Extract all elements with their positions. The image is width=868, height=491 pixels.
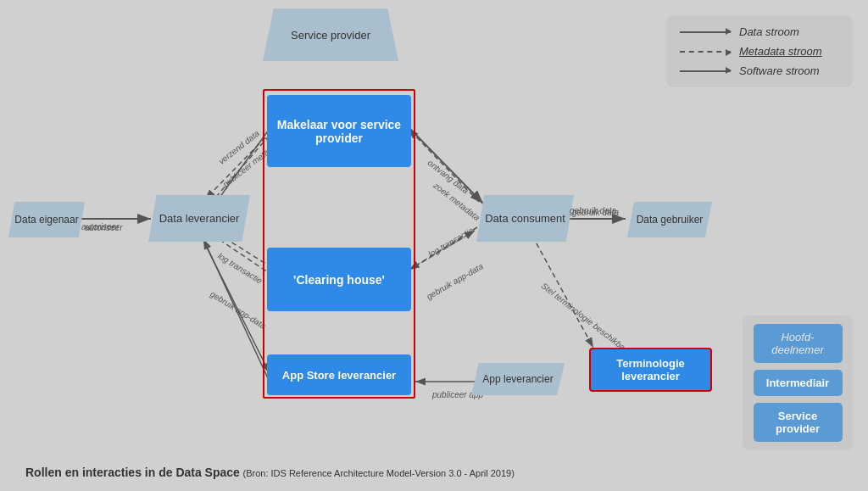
data-gebruiker-node: Data gebruiker xyxy=(627,202,712,237)
gebruik-app-data-left-label: gebruik app-data xyxy=(209,289,267,331)
software-stroom-line xyxy=(680,70,731,72)
stel-terminologie-label: Stel terminologie beschikbaar xyxy=(540,281,633,356)
app-leverancier-node: App leverancier xyxy=(471,363,565,395)
terminologie-node: Terminologie leverancier xyxy=(589,348,712,392)
legend-roles-box: Hoofd-deelnemer Intermediair Service pro… xyxy=(743,315,853,450)
software-stroom-label: Software stroom xyxy=(739,64,820,77)
service-provider-top-node: Service provider xyxy=(263,8,398,61)
data-stroom-line xyxy=(680,31,731,33)
makelaar-node: Makelaar voor service provider xyxy=(267,95,411,167)
diagram-container: autoriseer autoriseer verzend data publi… xyxy=(0,0,868,491)
data-leverancier-node: Data leverancier xyxy=(148,195,250,242)
metadata-stroom-label: Metadata stroom xyxy=(739,45,822,58)
log-transactie-right-label: log transactie xyxy=(426,226,475,259)
svg-line-15 xyxy=(532,236,593,348)
legend-box: Data stroom Metadata stroom Software str… xyxy=(666,15,853,87)
data-eigenaar-node: Data eigenaar xyxy=(8,202,85,237)
log-transactie-left-label: log transactie xyxy=(216,251,264,286)
gebruik-data-arrow-label: gebruik data xyxy=(570,206,616,215)
clearing-house-node: 'Clearing house' xyxy=(267,248,411,311)
gebruik-app-data-right-label: gebruik app-data xyxy=(425,261,485,301)
metadata-stroom-line xyxy=(680,51,731,53)
app-store-node: App Store leverancier xyxy=(267,354,411,395)
caption: Rollen en interacties in de Data Space (… xyxy=(25,466,515,479)
legend-hoofddeelnemer: Hoofd-deelnemer xyxy=(754,324,843,363)
data-stroom-label: Data stroom xyxy=(739,25,799,38)
autoriseer-label-text: autoriseer xyxy=(85,223,122,232)
data-consument-node: Data consument xyxy=(476,195,574,242)
legend-software-stroom: Software stroom xyxy=(680,64,839,77)
legend-intermediair: Intermediair xyxy=(754,370,843,396)
legend-metadata-stroom: Metadata stroom xyxy=(680,45,839,58)
legend-data-stroom: Data stroom xyxy=(680,25,839,38)
legend-serviceprovider: Service provider xyxy=(754,403,843,442)
